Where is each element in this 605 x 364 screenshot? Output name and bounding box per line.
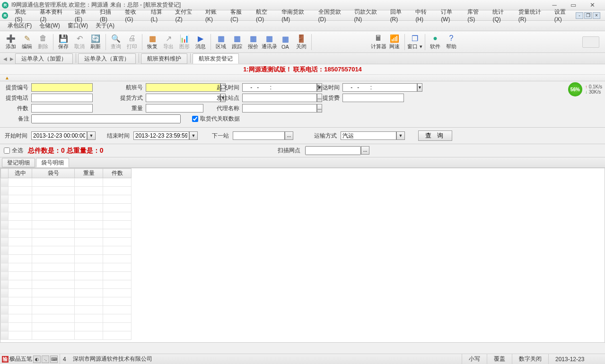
grid-cell[interactable] xyxy=(32,280,75,289)
trans-mode-dropdown[interactable]: ▼ xyxy=(396,131,405,140)
grid-cell[interactable] xyxy=(9,272,32,280)
toolbar-区域[interactable]: ▦区域 xyxy=(213,32,229,52)
data-grid[interactable]: 选中袋号重量件数 xyxy=(0,168,605,343)
menu-item[interactable]: 货量统计(R) xyxy=(515,8,551,23)
query-button[interactable]: 查 询 xyxy=(418,130,452,141)
grid-cell[interactable] xyxy=(103,323,132,331)
grid-tab-0[interactable]: 登记明细 xyxy=(2,158,35,167)
grid-cell[interactable] xyxy=(103,238,132,246)
scan-site-input[interactable] xyxy=(305,146,361,155)
toolbar-窗口[interactable]: ❐窗口 ▾ xyxy=(407,32,423,52)
menu-item[interactable]: 回单(R) xyxy=(386,8,412,23)
toolbar-帮助[interactable]: ?帮助 xyxy=(443,32,459,52)
menu-item[interactable]: 订单(W) xyxy=(437,8,464,23)
grid-cell[interactable] xyxy=(103,195,132,204)
grid-cell[interactable] xyxy=(75,204,103,212)
grid-cell[interactable] xyxy=(32,314,75,323)
grid-cell[interactable] xyxy=(9,289,32,297)
tab-2[interactable]: 航班资料维护 xyxy=(141,53,187,64)
menu-item[interactable]: 结算(L) xyxy=(147,8,172,23)
pickup-tel-input[interactable] xyxy=(31,94,93,102)
menu-item[interactable]: 统计(Q) xyxy=(489,8,514,23)
grid-cell[interactable] xyxy=(103,297,132,306)
grid-cell[interactable] xyxy=(75,331,103,340)
toolbar-添加[interactable]: ➕添加 xyxy=(3,32,19,52)
grid-cell[interactable] xyxy=(9,306,32,314)
toolbar-导出[interactable]: ↗导出 xyxy=(160,32,176,52)
start-time-dropdown[interactable]: ▼ xyxy=(87,131,96,140)
toolbar-编辑[interactable]: ✎编辑 xyxy=(19,32,35,52)
menu-item[interactable]: 关于(A) xyxy=(92,22,118,30)
ime-keyboard-icon[interactable]: ⌨ xyxy=(50,355,58,363)
collapse-handle[interactable]: ▲ xyxy=(5,75,9,80)
menu-item[interactable]: 运单(E) xyxy=(71,8,96,23)
grid-cell[interactable] xyxy=(75,238,103,246)
grid-cell[interactable] xyxy=(75,187,103,195)
grid-cell[interactable] xyxy=(75,323,103,331)
grid-cell[interactable] xyxy=(9,255,32,263)
tab-3[interactable]: 航班发货登记 xyxy=(193,53,239,64)
tab-prev[interactable]: ◀ xyxy=(2,53,9,64)
agent-lookup[interactable]: … xyxy=(317,104,322,113)
menu-item[interactable]: 扫描(B) xyxy=(96,8,121,23)
grid-cell[interactable] xyxy=(32,229,75,238)
scan-site-lookup[interactable]: … xyxy=(361,146,369,155)
grid-cell[interactable] xyxy=(75,263,103,272)
grid-cell[interactable] xyxy=(9,221,32,229)
menu-item[interactable]: 对账(K) xyxy=(202,8,227,23)
toolbar-刷新[interactable]: 🔄刷新 xyxy=(88,32,104,52)
menu-item[interactable]: 华南货款(M) xyxy=(278,8,314,23)
grid-cell[interactable] xyxy=(32,221,75,229)
agent-input[interactable] xyxy=(242,104,317,113)
trans-mode-input[interactable] xyxy=(341,131,396,140)
menu-item[interactable]: 仓储(W) xyxy=(35,22,63,30)
grid-cell[interactable] xyxy=(75,246,103,255)
menu-item[interactable]: 签收(G) xyxy=(121,8,147,23)
grid-cell[interactable] xyxy=(9,195,32,204)
grid-cell[interactable] xyxy=(103,204,132,212)
toolbar-消息[interactable]: ▶消息 xyxy=(193,32,209,52)
grid-cell[interactable] xyxy=(9,229,32,238)
grid-cell[interactable] xyxy=(75,212,103,221)
grid-cell[interactable] xyxy=(103,331,132,340)
menu-item[interactable]: 全国货款(D) xyxy=(315,8,351,23)
toolbar-打印[interactable]: 🖨打印 xyxy=(124,32,140,52)
toolbar-OA[interactable]: ▦OA xyxy=(277,32,293,52)
mdi-minimize[interactable]: - xyxy=(576,12,583,19)
grid-cell[interactable] xyxy=(32,204,75,212)
grid-cell[interactable] xyxy=(103,314,132,323)
ime-mode-icon[interactable]: ◐ xyxy=(33,355,41,363)
end-time-input[interactable] xyxy=(133,131,189,140)
toolbar-关闭[interactable]: 🚪关闭 xyxy=(293,32,309,52)
assoc-checkbox[interactable] xyxy=(192,116,198,122)
flight-no-input[interactable] xyxy=(146,83,220,92)
arrive-time-dropdown[interactable]: ▼ xyxy=(417,83,422,92)
grid-cell[interactable] xyxy=(32,297,75,306)
grid-cell[interactable] xyxy=(75,297,103,306)
weight-input[interactable] xyxy=(146,104,203,113)
ime-punct-icon[interactable]: ·, xyxy=(42,355,49,363)
menu-item[interactable]: 航空(O) xyxy=(252,8,278,23)
grid-cell[interactable] xyxy=(103,272,132,280)
menu-item[interactable]: 库管(S) xyxy=(464,8,489,23)
grid-cell[interactable] xyxy=(9,204,32,212)
grid-cell[interactable] xyxy=(75,314,103,323)
toolbar-报价[interactable]: ▦报价 xyxy=(245,32,261,52)
grid-cell[interactable] xyxy=(103,263,132,272)
grid-cell[interactable] xyxy=(32,263,75,272)
grid-cell[interactable] xyxy=(9,263,32,272)
toolbar-恢复[interactable]: ▦恢复 xyxy=(144,32,160,52)
grid-cell[interactable] xyxy=(103,221,132,229)
menu-item[interactable]: 基本资料(J) xyxy=(36,8,71,23)
grid-cell[interactable] xyxy=(75,195,103,204)
menu-item[interactable]: 罚款欠款(N) xyxy=(351,8,386,23)
grid-cell[interactable] xyxy=(32,195,75,204)
select-all-wrap[interactable]: 全选 xyxy=(4,147,23,155)
toolbar-图形[interactable]: 📊图形 xyxy=(176,32,193,52)
grid-cell[interactable] xyxy=(32,331,75,340)
ime-box[interactable]: 输 极品五笔 ◐ ·, ⌨ xyxy=(0,354,60,364)
toolbar-计算器[interactable]: 🖩计算器 xyxy=(370,32,386,52)
toolbar-取消[interactable]: ↶取消 xyxy=(71,32,88,52)
pickup-no-input[interactable] xyxy=(31,83,93,92)
grid-cell[interactable] xyxy=(9,331,32,340)
